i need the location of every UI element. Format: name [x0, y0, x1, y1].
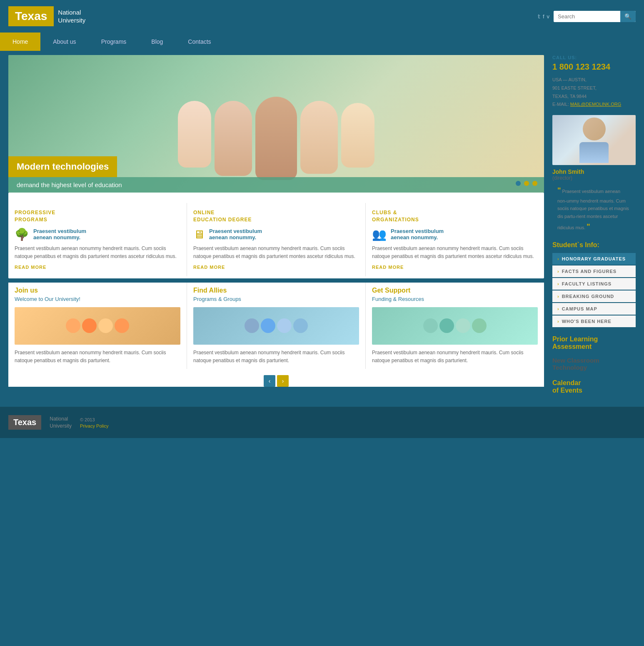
people-icon: 👥	[372, 228, 387, 241]
feature-clubs-icon: 👥 Praesent vestibulumaenean nonummy.	[372, 228, 538, 241]
feature-clubs-title: CLUBS &ORGANIZATIONS	[372, 209, 538, 223]
feature-progressive-icon-text: Praesent vestibulumaenean nonummy.	[33, 228, 86, 240]
menu-honorary[interactable]: ›HONORARY GRADUATES	[552, 253, 636, 265]
menu-facts-link[interactable]: ›FACTS AND FIGURES	[552, 265, 636, 277]
menu-facts[interactable]: ›FACTS AND FIGURES	[552, 265, 636, 277]
students-info-menu: ›HONORARY GRADUATES ›FACTS AND FIGURES ›…	[552, 253, 636, 327]
hero-subtitle: demand the highest level of education	[17, 181, 122, 188]
calendar-title[interactable]: Calendar of Events	[552, 379, 636, 394]
social-icons: 𝕥 f v	[538, 13, 549, 20]
hero-dots	[516, 181, 537, 186]
feature-clubs-readmore[interactable]: READ MORE	[372, 265, 404, 270]
feature-online-readmore[interactable]: READ MORE	[193, 265, 225, 270]
menu-breaking-link[interactable]: ›BREAKING GROUND	[552, 290, 636, 302]
feature-online-icon: 🖥 Praesent vestibulumaenean nonummy.	[193, 228, 359, 241]
hero-title: Modern technologies	[17, 161, 109, 172]
next-button[interactable]: ›	[277, 375, 289, 387]
menu-breaking[interactable]: ›BREAKING GROUND	[552, 290, 636, 302]
get-support-desc: Praesent vestibulum aenean nonummy hendr…	[372, 349, 538, 365]
join-list: Join us Welcome to Our University! Praes…	[8, 283, 544, 369]
nav-blog[interactable]: Blog	[139, 33, 175, 51]
search-box: 🔍	[554, 11, 636, 22]
footer-copyright: © 2013 Privacy Policy	[80, 416, 108, 429]
feature-progressive: PROGRESSIVEPROGRAMS 🌳 Praesent vestibulu…	[8, 203, 187, 276]
pagination: ‹ ›	[8, 375, 544, 387]
join-us-image	[15, 307, 180, 345]
director-quote: " Praesent vestibulum aenean non-ummy he…	[552, 184, 636, 233]
twitter-icon[interactable]: 𝕥	[538, 13, 540, 20]
open-quote-icon: "	[557, 186, 561, 195]
tree-icon: 🌳	[15, 228, 29, 241]
director-role: (director)	[552, 175, 636, 181]
sidebar: CALL US: 1 800 123 1234 USA — AUSTIN, 90…	[544, 55, 636, 398]
menu-honorary-link[interactable]: ›HONORARY GRADUATES	[552, 253, 636, 265]
content-area: Modern technologies demand the highest l…	[8, 55, 544, 398]
get-support-subtitle: Funding & Resources	[372, 296, 538, 302]
search-input[interactable]	[554, 11, 620, 22]
hero-dot-3[interactable]	[532, 181, 537, 186]
feature-progressive-title: PROGRESSIVEPROGRAMS	[15, 209, 180, 223]
menu-whos-link[interactable]: ›WHO'S BEEN HERE	[552, 315, 636, 327]
hero-title-box: Modern technologies	[8, 156, 117, 177]
vimeo-icon[interactable]: v	[547, 13, 550, 20]
get-support-title: Get Support	[372, 287, 538, 294]
join-section: Join us Welcome to Our University! Praes…	[8, 283, 544, 387]
feature-clubs: CLUBS &ORGANIZATIONS 👥 Praesent vestibul…	[366, 203, 544, 276]
footer-privacy-link[interactable]: Privacy Policy	[80, 423, 108, 428]
features-list: PROGRESSIVEPROGRAMS 🌳 Praesent vestibulu…	[8, 203, 544, 276]
logo-texas[interactable]: Texas	[8, 6, 54, 26]
new-classroom-title: New Classroom Technology	[552, 357, 636, 371]
logo-national: National University	[58, 8, 85, 25]
nav-about[interactable]: About us	[40, 33, 88, 51]
features-section: PROGRESSIVEPROGRAMS 🌳 Praesent vestibulu…	[8, 193, 544, 278]
menu-whos[interactable]: ›WHO'S BEEN HERE	[552, 315, 636, 327]
footer-logo-national: National University	[50, 416, 72, 430]
main-nav: Home About us Programs Blog Contacts	[0, 33, 644, 51]
feature-online: ONLINEEDUCATION DEGREE 🖥 Praesent vestib…	[187, 203, 366, 276]
close-quote-icon: "	[587, 223, 590, 231]
nav-contacts[interactable]: Contacts	[175, 33, 223, 51]
hero-overlay: Modern technologies demand the highest l…	[8, 156, 544, 193]
join-us-desc: Praesent vestibulum aenean nonummy hendr…	[15, 349, 180, 365]
footer-logo-texas: Texas	[8, 415, 41, 430]
feature-progressive-icon: 🌳 Praesent vestibulumaenean nonummy.	[15, 228, 180, 241]
nav-programs[interactable]: Programs	[89, 33, 139, 51]
nav-home[interactable]: Home	[0, 33, 40, 51]
menu-campus[interactable]: ›CAMPUS MAP	[552, 303, 636, 315]
main-content: Modern technologies demand the highest l…	[0, 51, 644, 403]
hero-dot-1[interactable]	[516, 181, 521, 186]
feature-online-icon-text: Praesent vestibulumaenean nonummy.	[209, 228, 262, 240]
feature-progressive-desc: Praesent vestibulum aenean nonummy hendr…	[15, 245, 180, 260]
director-name: John Smith	[552, 168, 636, 175]
menu-faculty[interactable]: ›FACULTY LISTINGS	[552, 278, 636, 290]
logo-area: Texas National University	[8, 6, 85, 26]
get-support-image	[372, 307, 538, 345]
search-button[interactable]: 🔍	[620, 11, 636, 22]
director-photo	[552, 115, 636, 165]
get-support-col: Get Support Funding & Resources Praesent…	[366, 283, 544, 369]
menu-campus-link[interactable]: ›CAMPUS MAP	[552, 303, 636, 315]
join-us-col: Join us Welcome to Our University! Praes…	[8, 283, 187, 369]
join-us-subtitle: Welcome to Our University!	[15, 296, 180, 302]
hero-dot-2[interactable]	[524, 181, 529, 186]
join-us-title: Join us	[15, 287, 180, 294]
menu-faculty-link[interactable]: ›FACULTY LISTINGS	[552, 278, 636, 290]
sidebar-phone: 1 800 123 1234	[552, 62, 636, 72]
find-allies-image	[193, 307, 359, 345]
find-allies-col: Find Allies Programs & Groups Praesent v…	[187, 283, 366, 369]
header: Texas National University 𝕥 f v 🔍	[0, 0, 644, 33]
feature-clubs-desc: Praesent vestibulum aenean nonummy hendr…	[372, 245, 538, 260]
find-allies-desc: Praesent vestibulum aenean nonummy hendr…	[193, 349, 359, 365]
sidebar-email[interactable]: MAIL@DEMOLINK.ORG	[570, 102, 621, 107]
feature-progressive-readmore[interactable]: READ MORE	[15, 265, 46, 270]
find-allies-title: Find Allies	[193, 287, 359, 294]
prior-learning-title[interactable]: Prior Learning Assessment	[552, 336, 636, 351]
footer: Texas National University © 2013 Privacy…	[0, 407, 644, 438]
prev-button[interactable]: ‹	[264, 375, 275, 387]
find-allies-subtitle: Programs & Groups	[193, 296, 359, 302]
hero-banner: Modern technologies demand the highest l…	[8, 55, 544, 193]
students-info-title: Student`s Info:	[552, 241, 636, 249]
feature-clubs-icon-text: Praesent vestibulumaenean nonummy.	[391, 228, 444, 240]
facebook-icon[interactable]: f	[543, 13, 544, 20]
feature-online-title: ONLINEEDUCATION DEGREE	[193, 209, 359, 223]
